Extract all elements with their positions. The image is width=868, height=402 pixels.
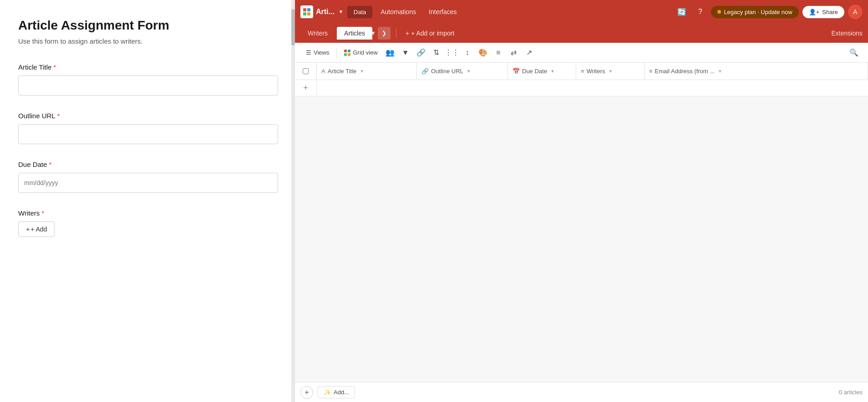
outline-url-input[interactable] — [18, 124, 278, 144]
ai-icon: ✨ — [324, 389, 331, 396]
legacy-plan-button[interactable]: Legacy plan · Update now — [711, 6, 798, 18]
svg-rect-4 — [344, 50, 347, 52]
article-title-label: Article Title * — [18, 63, 277, 71]
group-icon[interactable]: ⋮⋮ — [445, 46, 459, 60]
text-col-icon: A — [321, 68, 325, 75]
svg-rect-2 — [303, 12, 306, 15]
add-plus-icon-nav: + — [406, 30, 409, 37]
outline-url-label: Outline URL * — [18, 112, 277, 120]
svg-rect-0 — [303, 8, 306, 11]
form-subtitle: Use this form to assign articles to writ… — [18, 37, 277, 45]
select-all-checkbox[interactable] — [303, 68, 309, 74]
footer-ai-button[interactable]: ✨ Add... — [318, 386, 355, 398]
sort-icon[interactable]: ↕ — [461, 46, 474, 60]
outline-url-col-header[interactable]: 🔗 Outline URL ▼ — [417, 63, 508, 80]
tab-writers[interactable]: Writers — [300, 27, 335, 40]
share-view-icon[interactable]: ↗ — [523, 46, 536, 60]
checkbox-col-header[interactable] — [295, 63, 317, 80]
grid-header: A Article Title ▼ 🔗 Outline URL ▼ 📅 Due … — [295, 63, 868, 80]
footer-add-button[interactable]: + — [300, 386, 313, 399]
grid-view-people-icon[interactable]: 👥 — [383, 46, 397, 60]
add-row[interactable]: + — [295, 80, 868, 96]
scroll-bar — [291, 0, 295, 402]
due-date-col-header[interactable]: 📅 Due Date ▼ — [508, 63, 576, 80]
required-star-2: * — [57, 112, 60, 120]
title-col-dropdown[interactable]: ▼ — [360, 69, 364, 74]
grid-area: A Article Title ▼ 🔗 Outline URL ▼ 📅 Due … — [295, 63, 868, 402]
url-col-icon: 🔗 — [421, 68, 429, 75]
legacy-dot — [717, 10, 721, 14]
tab-dropdown-arrow[interactable]: ▼ — [371, 30, 376, 36]
form-title: Article Assignment Form — [18, 18, 277, 33]
article-title-col-header[interactable]: A Article Title ▼ — [317, 63, 417, 80]
share-button[interactable]: 👤+ Share — [802, 6, 844, 18]
secondary-nav: Writers Articles ▼ ❯ + + Add or import E… — [295, 24, 868, 43]
toolbar-separator — [336, 48, 337, 58]
row-count-label: 0 articles — [839, 389, 863, 396]
color-icon[interactable]: 🎨 — [476, 46, 490, 60]
views-icon: ☰ — [306, 49, 311, 56]
app-dropdown-arrow[interactable]: ▼ — [338, 9, 344, 15]
email-col-header[interactable]: ≡ Email Address (from ... ▼ — [645, 63, 868, 80]
interfaces-nav-item[interactable]: Interfaces — [424, 5, 461, 18]
writers-field: Writers * + + Add — [18, 209, 277, 237]
svg-rect-3 — [307, 12, 310, 15]
more-tabs-button[interactable]: ❯ — [378, 27, 391, 40]
add-row-plus[interactable]: + — [295, 80, 317, 96]
automations-nav-item[interactable]: Automations — [376, 5, 421, 18]
user-avatar[interactable]: A — [848, 5, 863, 19]
grid-view-button[interactable]: Grid view — [340, 47, 381, 58]
required-star-4: * — [41, 209, 44, 217]
add-import-button[interactable]: + + Add or import — [402, 28, 458, 39]
share-icon: 👤+ — [809, 9, 820, 15]
filter-icon[interactable]: ⇅ — [430, 46, 443, 60]
writers-col-dropdown[interactable]: ▼ — [609, 69, 613, 74]
add-plus-icon: + — [26, 226, 30, 233]
svg-rect-1 — [307, 8, 310, 11]
writers-add-button[interactable]: + + Add — [18, 221, 55, 237]
writers-label: Writers * — [18, 209, 277, 217]
svg-rect-5 — [348, 50, 350, 52]
due-date-input[interactable] — [18, 173, 278, 193]
due-date-label: Due Date * — [18, 161, 277, 168]
right-panel: Arti... ▼ Data Automations Interfaces 🔄 … — [295, 0, 868, 402]
writers-col-header[interactable]: ≡ Writers ▼ — [576, 63, 645, 80]
required-star: * — [53, 63, 56, 71]
form-panel: Article Assignment Form Use this form to… — [0, 0, 295, 402]
logo-icon — [300, 5, 313, 18]
scroll-thumb[interactable] — [291, 9, 295, 45]
url-col-dropdown[interactable]: ▼ — [467, 69, 471, 74]
email-col-dropdown[interactable]: ▼ — [718, 69, 722, 74]
views-button[interactable]: ☰ Views — [302, 47, 333, 58]
grid-footer: + ✨ Add... 0 articles — [295, 382, 868, 402]
toolbar: ☰ Views Grid view 👥 ▼ 🔗 ⇅ ⋮⋮ ↕ 🎨 ≡ ⇄ ↗ � — [295, 43, 868, 63]
date-col-icon: 📅 — [513, 68, 520, 75]
due-date-field: Due Date * — [18, 161, 277, 193]
row-height-icon[interactable]: ≡ — [492, 46, 505, 60]
article-title-field: Article Title * — [18, 63, 277, 95]
outline-url-field: Outline URL * — [18, 112, 277, 144]
search-icon[interactable]: 🔍 — [847, 46, 861, 60]
top-nav: Arti... ▼ Data Automations Interfaces 🔄 … — [295, 0, 868, 24]
extensions-label[interactable]: Extensions — [832, 30, 863, 37]
article-title-input[interactable] — [18, 75, 278, 95]
tab-articles[interactable]: Articles — [337, 27, 372, 40]
writers-col-icon: ≡ — [581, 68, 584, 75]
fields-icon[interactable]: ⇄ — [507, 46, 521, 60]
nav-divider — [396, 28, 396, 38]
svg-rect-6 — [344, 53, 347, 56]
svg-rect-7 — [348, 53, 350, 56]
email-col-icon: ≡ — [649, 68, 653, 75]
grid-body: + — [295, 80, 868, 382]
required-star-3: * — [49, 161, 51, 168]
grid-view-dropdown[interactable]: ▼ — [399, 46, 412, 60]
help-icon[interactable]: ? — [693, 5, 707, 19]
grid-icon — [344, 50, 350, 56]
history-icon[interactable]: 🔄 — [675, 5, 689, 19]
link-icon[interactable]: 🔗 — [414, 46, 428, 60]
date-col-dropdown[interactable]: ▼ — [550, 69, 555, 74]
app-logo[interactable]: Arti... — [300, 5, 335, 18]
data-nav-btn[interactable]: Data — [347, 6, 372, 18]
